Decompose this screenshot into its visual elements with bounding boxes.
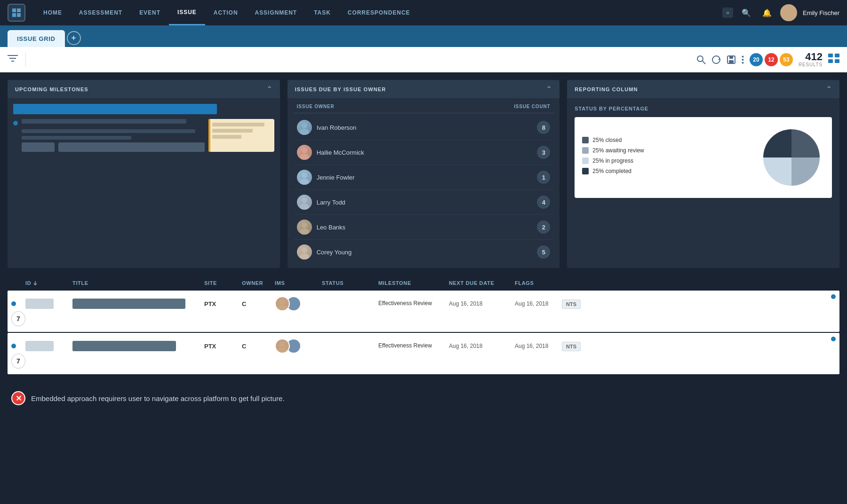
legend-item-0: 25% closed <box>582 137 751 143</box>
nav-task[interactable]: TASK <box>305 0 339 25</box>
bell-icon[interactable]: 🔔 <box>759 5 775 20</box>
col-header-status[interactable]: Status <box>322 280 378 286</box>
ms-tag-1 <box>22 142 55 152</box>
nav-assignment[interactable]: ASSIGNMENT <box>247 0 306 25</box>
col-header-id[interactable]: ID <box>25 280 72 286</box>
col-header-site[interactable]: Site <box>204 280 242 286</box>
col-header-title[interactable]: Title <box>72 280 204 286</box>
issue-row-2[interactable]: Jennie Fowler 1 <box>293 165 554 190</box>
row-owner-0 <box>275 296 322 311</box>
row-date-1: Aug 16, 2018 <box>515 343 562 349</box>
status-legend: 25% closed 25% awaiting review 25% in pr… <box>582 137 751 178</box>
issue-count-4: 2 <box>537 220 550 234</box>
issues-by-owner-title: ISSUES DUE BY ISSUE OWNER <box>295 87 386 92</box>
owner-name-3: Larry Todd <box>317 199 345 206</box>
legend-label-3: 25% completed <box>592 168 631 174</box>
tab-issue-grid[interactable]: ISSUE GRID <box>8 30 65 47</box>
nav-more-button[interactable]: » <box>722 8 733 18</box>
svg-point-17 <box>742 62 744 63</box>
nav-assessment[interactable]: ASSESSMENT <box>71 0 131 25</box>
svg-point-30 <box>302 222 307 228</box>
table-row[interactable]: PTX C Effectiveness Review Aug 16, 2018 … <box>8 333 839 374</box>
ms-tag-2 <box>58 142 205 152</box>
svg-point-37 <box>289 305 298 311</box>
row-ims-0: C <box>242 300 275 307</box>
svg-point-31 <box>300 228 309 235</box>
col-header-owner[interactable]: Owner <box>242 280 275 286</box>
reporting-title: REPORTING COLUMN <box>575 87 638 92</box>
error-icon-inner: ✕ <box>12 392 24 404</box>
user-name: Emily Fischer <box>803 9 839 16</box>
search-toolbar-icon[interactable] <box>696 55 706 64</box>
col-count-label: ISSUE COUNT <box>514 104 550 109</box>
svg-rect-14 <box>729 60 734 63</box>
legend-label-0: 25% closed <box>592 137 622 143</box>
tab-bar: ISSUE GRID + <box>0 25 847 47</box>
milestones-collapse-button[interactable]: ⌃ <box>266 85 272 94</box>
grid-view-icon[interactable] <box>828 54 839 65</box>
issue-count-0: 8 <box>537 121 550 134</box>
col-header-flags[interactable]: Flags <box>515 280 562 286</box>
status-by-percentage-label: STATUS BY PERCENTAGE <box>575 106 832 111</box>
badge-blue[interactable]: 20 <box>750 53 763 66</box>
issue-count-2: 1 <box>537 171 550 184</box>
owner-info-3: Larry Todd <box>297 195 345 210</box>
svg-rect-1 <box>17 8 21 12</box>
row-id-bar-1 <box>25 341 54 351</box>
col-header-ims[interactable]: IMS <box>275 280 322 286</box>
more-options-icon[interactable] <box>742 55 744 64</box>
svg-point-22 <box>302 123 307 128</box>
error-icon: ✕ <box>11 391 25 405</box>
nav-action[interactable]: ACTION <box>205 0 247 25</box>
owner-name-5: Corey Young <box>317 249 352 256</box>
issue-row-1[interactable]: Hallie McCormick 3 <box>293 140 554 165</box>
svg-point-36 <box>291 299 296 305</box>
row-site-1: PTX <box>204 343 242 350</box>
nav-right: » 🔍 🔔 Emily Fischer <box>722 4 839 21</box>
nav-home[interactable]: HOME <box>35 0 71 25</box>
user-avatar[interactable] <box>780 4 797 21</box>
refresh-icon[interactable] <box>711 55 721 64</box>
nav-issue[interactable]: ISSUE <box>169 0 205 25</box>
svg-point-40 <box>291 342 296 347</box>
owner-ww-0 <box>275 296 290 311</box>
legend-item-3: 25% completed <box>582 168 751 174</box>
owner-avatar-1 <box>297 145 312 160</box>
row-status-0: Effectiveness Review <box>378 300 449 307</box>
issue-row-5[interactable]: Corey Young 5 <box>293 240 554 264</box>
legend-box-3 <box>582 168 589 174</box>
badge-red[interactable]: 12 <box>765 53 778 66</box>
col-header-next-due-date[interactable]: Next Due Date <box>449 280 515 286</box>
row-count-1: 7 <box>11 354 25 369</box>
svg-point-41 <box>289 347 298 353</box>
col-header-milestone[interactable]: Milestone <box>378 280 449 286</box>
search-nav-icon[interactable]: 🔍 <box>739 5 754 20</box>
reporting-widget: REPORTING COLUMN ⌃ STATUS BY PERCENTAGE … <box>567 80 839 268</box>
svg-point-32 <box>302 247 307 253</box>
svg-rect-13 <box>729 56 733 59</box>
issues-by-owner-collapse-button[interactable]: ⌃ <box>546 85 552 94</box>
issue-row-4[interactable]: Leo Banks 2 <box>293 215 554 240</box>
owner-avatar-0 <box>297 120 312 135</box>
ms-detail-line-2 <box>22 136 131 140</box>
save-icon[interactable] <box>727 55 736 64</box>
filter-icon[interactable] <box>8 54 18 65</box>
nav-correspondence[interactable]: CORRESPONDENCE <box>339 0 419 25</box>
toolbar: 20 12 53 412 RESULTS <box>0 47 847 72</box>
svg-point-38 <box>280 342 285 347</box>
issue-row-0[interactable]: Ivan Roberson 8 <box>293 115 554 140</box>
reporting-collapse-button[interactable]: ⌃ <box>826 85 832 94</box>
table-row[interactable]: PTX C Effectiveness Review Aug 16, 2018 … <box>8 291 839 332</box>
milestones-title: UPCOMING MILESTONES <box>15 87 88 92</box>
issue-row-3[interactable]: Larry Todd 4 <box>293 190 554 215</box>
add-tab-button[interactable]: + <box>67 31 81 45</box>
nav-event[interactable]: EVENT <box>131 0 169 25</box>
svg-point-5 <box>783 15 794 21</box>
panel-line-2 <box>212 129 253 133</box>
issues-table-header: ISSUE OWNER ISSUE COUNT <box>293 102 554 113</box>
svg-marker-11 <box>718 58 720 60</box>
row-blue-dot-0 <box>831 294 836 299</box>
app-logo[interactable] <box>8 4 25 22</box>
legend-label-1: 25% awaiting review <box>592 147 644 154</box>
badge-yellow[interactable]: 53 <box>780 53 793 66</box>
